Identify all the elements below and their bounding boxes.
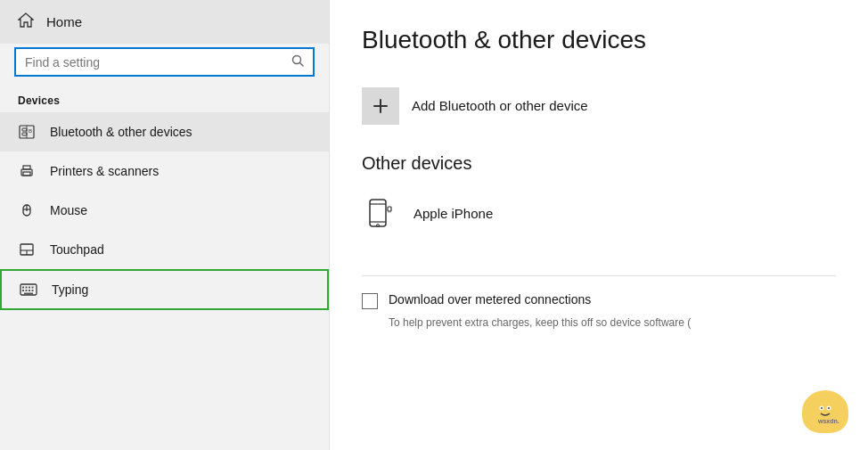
devices-section-label: Devices — [0, 87, 329, 112]
svg-text:wsxdn.com: wsxdn.com — [817, 418, 839, 424]
phone-icon — [362, 195, 399, 233]
page-title: Bluetooth & other devices — [362, 25, 836, 55]
svg-line-1 — [300, 63, 304, 67]
svg-point-35 — [816, 401, 834, 419]
svg-rect-19 — [29, 287, 30, 289]
svg-rect-32 — [388, 207, 391, 211]
home-icon — [18, 12, 34, 31]
sidebar-item-home[interactable]: Home — [0, 0, 329, 44]
svg-rect-25 — [24, 293, 33, 295]
svg-rect-21 — [22, 290, 24, 291]
device-name: Apple iPhone — [414, 206, 493, 221]
checkbox-description: To help prevent extra charges, keep this… — [389, 316, 836, 329]
search-icon — [291, 54, 304, 70]
download-checkbox[interactable] — [362, 293, 378, 309]
plus-icon-box — [362, 87, 399, 125]
svg-rect-20 — [32, 287, 34, 289]
device-item-iphone[interactable]: Apple iPhone — [362, 188, 836, 240]
sidebar-item-typing[interactable]: Typing — [0, 269, 329, 310]
sidebar: Home Devices B Bluetooth & other devices — [0, 0, 330, 450]
search-input[interactable] — [25, 55, 284, 70]
svg-rect-18 — [26, 287, 28, 289]
sidebar-item-touchpad[interactable]: Touchpad — [0, 230, 329, 269]
sidebar-item-mouse[interactable]: Mouse — [0, 191, 329, 230]
main-content: Bluetooth & other devices Add Bluetooth … — [330, 0, 868, 450]
mouse-icon — [18, 202, 36, 218]
sidebar-item-label-typing: Typing — [52, 282, 88, 297]
search-box[interactable] — [14, 47, 315, 77]
svg-rect-8 — [23, 166, 30, 169]
svg-text:B: B — [29, 128, 32, 134]
svg-rect-17 — [22, 287, 24, 289]
add-device-button[interactable]: Add Bluetooth or other device — [362, 80, 836, 132]
bluetooth-icon: B — [18, 124, 36, 140]
svg-point-34 — [377, 224, 380, 226]
checkbox-label: Download over metered connections — [389, 292, 591, 307]
home-label: Home — [46, 14, 82, 29]
plus-icon — [372, 97, 389, 115]
svg-rect-24 — [32, 290, 34, 291]
other-devices-title: Other devices — [362, 153, 836, 174]
svg-point-39 — [828, 407, 830, 409]
add-device-label: Add Bluetooth or other device — [412, 98, 588, 113]
sidebar-item-label-touchpad: Touchpad — [50, 242, 104, 257]
svg-rect-22 — [26, 290, 28, 291]
checkbox-row[interactable]: Download over metered connections — [362, 292, 836, 309]
sidebar-item-bluetooth[interactable]: B Bluetooth & other devices — [0, 112, 329, 151]
download-section: Download over metered connections To hel… — [362, 275, 836, 329]
sidebar-item-label-printers: Printers & scanners — [50, 164, 159, 178]
svg-rect-3 — [22, 128, 27, 131]
touchpad-icon — [18, 241, 36, 258]
svg-point-38 — [821, 407, 823, 409]
sidebar-item-label-bluetooth: Bluetooth & other devices — [50, 125, 192, 139]
watermark: wsxdn.com — [795, 390, 857, 439]
svg-rect-9 — [23, 172, 30, 176]
printer-icon — [18, 163, 36, 179]
svg-rect-23 — [29, 290, 30, 291]
sidebar-item-printers[interactable]: Printers & scanners — [0, 151, 329, 191]
sidebar-item-label-mouse: Mouse — [50, 203, 87, 217]
svg-rect-4 — [22, 133, 27, 135]
watermark-icon: wsxdn.com — [811, 397, 839, 426]
keyboard-icon — [20, 282, 37, 297]
